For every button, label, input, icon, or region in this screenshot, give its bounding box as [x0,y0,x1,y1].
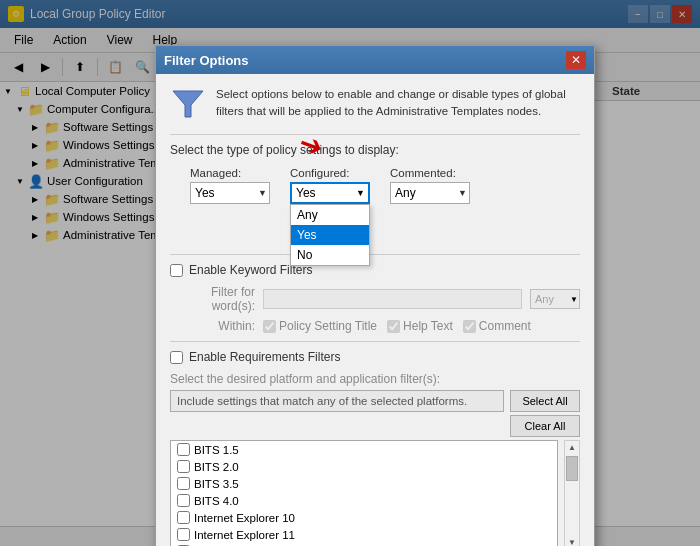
platform-buttons: Select All Clear All [510,390,580,437]
within-row: Within: Policy Setting Title Help Text C… [170,319,580,333]
commented-select-wrapper: Any Yes No ▼ [390,182,470,204]
section1-title: Select the type of policy settings to di… [170,143,580,157]
filter-icon [170,86,206,122]
bits35-label: BITS 3.5 [194,478,239,490]
scroll-thumb[interactable] [566,456,578,481]
platform-section: Select the desired platform and applicat… [170,372,580,546]
ie10-label: Internet Explorer 10 [194,512,295,524]
requirements-section: Enable Requirements Filters Select the d… [170,350,580,546]
dropdown-option-no[interactable]: No [291,245,369,265]
configured-dropdown: Any Yes No [290,204,370,266]
filter-words-row: Filter for word(s): Any ▼ [170,285,580,313]
select-all-button[interactable]: Select All [510,390,580,412]
configured-select-display[interactable]: Yes ▼ [290,182,370,204]
bits40-label: BITS 4.0 [194,495,239,507]
configured-label: Configured: [290,167,370,179]
bits35-checkbox[interactable] [177,477,190,490]
platform-item-ie11[interactable]: Internet Explorer 11 [171,526,557,543]
dropdown-option-yes[interactable]: Yes [291,225,369,245]
within-label: Within: [170,319,255,333]
ie11-label: Internet Explorer 11 [194,529,295,541]
divider2 [170,254,580,255]
scroll-up-arrow[interactable]: ▲ [566,441,578,454]
platform-desc: Select the desired platform and applicat… [170,372,580,386]
keyword-filter-checkbox[interactable] [170,264,183,277]
keyword-filter-row: Enable Keyword Filters [170,263,580,277]
dialog-body: Select options below to enable and chang… [156,74,594,546]
configured-value: Yes [296,186,316,200]
platform-item-bits40[interactable]: BITS 4.0 [171,492,557,509]
comment-check: Comment [463,319,531,333]
ie11-checkbox[interactable] [177,528,190,541]
platform-item-bits20[interactable]: BITS 2.0 [171,458,557,475]
dialog-header: Select options below to enable and chang… [170,86,580,122]
help-text-label: Help Text [403,319,453,333]
bits15-checkbox[interactable] [177,443,190,456]
commented-group: Commented: Any Yes No ▼ [390,167,470,204]
policy-title-check: Policy Setting Title [263,319,377,333]
bits20-checkbox[interactable] [177,460,190,473]
any-select[interactable]: Any [530,289,580,309]
bits15-label: BITS 1.5 [194,444,239,456]
help-text-check: Help Text [387,319,453,333]
policy-title-label: Policy Setting Title [279,319,377,333]
filter-words-label: Filter for word(s): [170,285,255,313]
platform-item-ie10[interactable]: Internet Explorer 10 [171,509,557,526]
within-checkboxes: Policy Setting Title Help Text Comment [263,319,531,333]
policy-type-row: Managed: Yes No Any ▼ Configured: ➔ [190,167,580,204]
ie10-checkbox[interactable] [177,511,190,524]
commented-select[interactable]: Any Yes No [390,182,470,204]
managed-group: Managed: Yes No Any ▼ [190,167,270,204]
scrollbar[interactable]: ▲ ▼ [564,440,580,546]
filter-words-input[interactable] [263,289,522,309]
dialog-titlebar: Filter Options ✕ [156,46,594,74]
comment-label: Comment [479,319,531,333]
policy-title-checkbox[interactable] [263,320,276,333]
managed-select-wrapper: Yes No Any ▼ [190,182,270,204]
clear-all-button[interactable]: Clear All [510,415,580,437]
divider1 [170,134,580,135]
commented-label: Commented: [390,167,470,179]
bits20-label: BITS 2.0 [194,461,239,473]
comment-checkbox[interactable] [463,320,476,333]
platform-placeholder: Include settings that match any of the s… [177,395,467,407]
bits40-checkbox[interactable] [177,494,190,507]
platform-controls: Include settings that match any of the s… [170,390,580,437]
configured-arrow-icon: ▼ [356,188,365,198]
divider3 [170,341,580,342]
configured-select-wrapper: Yes ▼ Any Yes No [290,182,370,204]
requirements-filter-checkbox[interactable] [170,351,183,364]
svg-marker-0 [173,91,203,117]
dialog-close-button[interactable]: ✕ [566,51,586,69]
any-select-wrapper: Any ▼ [530,289,580,309]
dialog-title: Filter Options [164,53,566,68]
managed-select[interactable]: Yes No Any [190,182,270,204]
requirements-filter-row: Enable Requirements Filters [170,350,580,364]
platform-dropdown-display: Include settings that match any of the s… [170,390,504,412]
platform-item-bits15[interactable]: BITS 1.5 [171,441,557,458]
requirements-filter-label[interactable]: Enable Requirements Filters [189,350,340,364]
help-text-checkbox[interactable] [387,320,400,333]
filter-options-dialog: Filter Options ✕ Select options below to… [155,45,595,546]
dropdown-option-any[interactable]: Any [291,205,369,225]
managed-label: Managed: [190,167,270,179]
scroll-down-arrow[interactable]: ▼ [566,536,578,546]
platform-item-bits35[interactable]: BITS 3.5 [171,475,557,492]
platform-list[interactable]: BITS 1.5 BITS 2.0 BITS 3.5 BITS 4.0 [170,440,558,546]
platform-list-area: BITS 1.5 BITS 2.0 BITS 3.5 BITS 4.0 [170,440,580,546]
platform-dropdown-wrapper: Include settings that match any of the s… [170,390,504,437]
dialog-description: Select options below to enable and chang… [216,86,580,121]
configured-group: Configured: ➔ Yes ▼ Any Yes No [290,167,370,204]
